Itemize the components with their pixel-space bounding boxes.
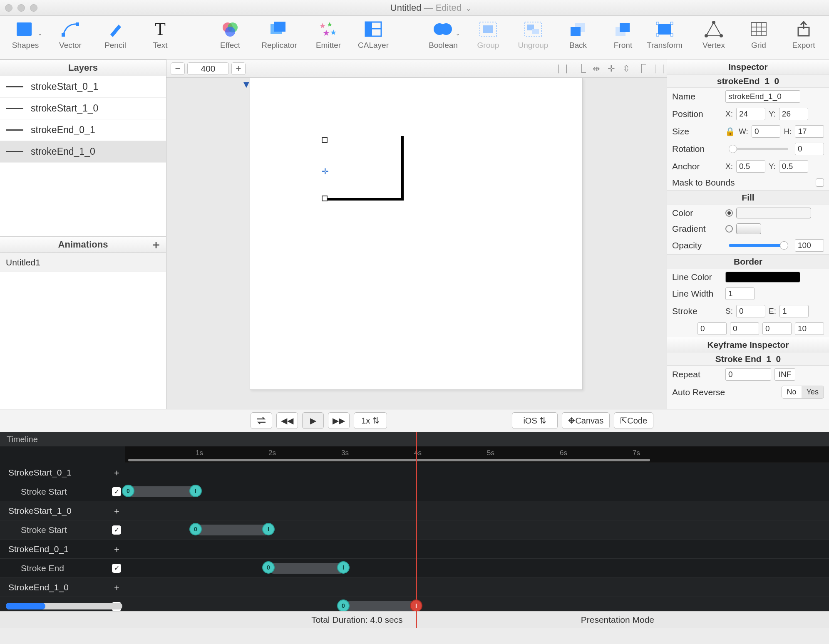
close-window-icon[interactable] — [5, 4, 12, 12]
selection-handle[interactable] — [322, 137, 328, 143]
drawn-shape[interactable] — [325, 136, 404, 201]
timeline-track-row[interactable]: Stroke Start✓0I — [0, 482, 829, 501]
play-button[interactable]: ▶ — [302, 412, 324, 429]
zoom-out-button[interactable]: − — [171, 62, 185, 75]
animation-clip[interactable] — [268, 563, 345, 574]
timeline-track-row[interactable]: Stroke End✓0I — [0, 559, 829, 578]
repeat-field[interactable]: 0 — [725, 368, 771, 381]
timeline-range-bar[interactable] — [128, 459, 650, 461]
selection-handle[interactable] — [322, 196, 328, 201]
keyframe[interactable]: I — [410, 599, 422, 611]
vertex-tool[interactable]: Vertex — [695, 19, 732, 50]
vector-tool[interactable]: Vector — [52, 19, 89, 50]
add-keyframe-icon[interactable]: ＋ — [108, 582, 125, 593]
size-w-field[interactable]: 0 — [752, 125, 781, 138]
replicator-tool[interactable]: Replicator — [256, 19, 302, 50]
platform-selector[interactable]: iOS ⇅ — [512, 412, 558, 429]
track-enabled-checkbox[interactable]: ✓ — [112, 487, 121, 496]
align-center-h-icon[interactable]: ⇹ — [590, 63, 603, 74]
zoom-in-button[interactable]: + — [231, 62, 246, 75]
text-tool[interactable]: T Text — [141, 19, 179, 50]
layer-row[interactable]: strokeEnd_0_1 — [0, 119, 166, 141]
export-tool[interactable]: Export — [785, 19, 822, 50]
speed-selector[interactable]: 1x ⇅ — [354, 412, 387, 429]
keyframe[interactable]: I — [189, 485, 202, 497]
opacity-field[interactable]: 100 — [795, 239, 824, 252]
size-h-field[interactable]: 17 — [795, 125, 824, 138]
lock-icon[interactable]: 🔒 — [725, 126, 735, 136]
scrollbar-thumb[interactable] — [6, 603, 45, 609]
grid-tool[interactable]: Grid — [740, 19, 777, 50]
animation-clip[interactable] — [128, 486, 198, 497]
track-enabled-checkbox[interactable]: ✓ — [112, 525, 121, 535]
gradient-radio[interactable] — [725, 225, 733, 233]
keyframe[interactable]: 0 — [189, 523, 202, 535]
align-left-icon[interactable]: ⎸⎸ — [560, 63, 573, 74]
animation-clip[interactable] — [343, 601, 420, 611]
timeline-group-row[interactable]: StrokeEnd_0_1＋ — [0, 540, 829, 559]
auto-reverse-toggle[interactable]: No Yes — [782, 386, 824, 399]
color-radio[interactable] — [725, 209, 733, 217]
timeline-group-row[interactable]: StrokeEnd_1_0＋ — [0, 578, 829, 597]
timeline-scrollbar[interactable] — [6, 603, 122, 609]
position-x-field[interactable]: 24 — [736, 108, 765, 120]
canvas-mode-button[interactable]: ✥ Canvas — [562, 412, 610, 429]
track-lane[interactable]: 0I — [125, 482, 829, 501]
name-field[interactable]: strokeEnd_1_0 — [725, 90, 800, 103]
rewind-button[interactable]: ◀◀ — [276, 412, 298, 429]
effect-tool[interactable]: Effect — [211, 19, 249, 50]
fill-color-swatch[interactable] — [736, 208, 811, 218]
stroke-start-field[interactable]: 0 — [736, 305, 765, 317]
align-center-v-icon[interactable]: ⇳ — [620, 63, 633, 74]
keyframe[interactable]: I — [262, 523, 275, 535]
timeline-track-row[interactable]: Stroke End✓0I — [0, 597, 829, 611]
layer-row[interactable]: strokeEnd_1_0 — [0, 141, 166, 163]
rotation-field[interactable]: 0 — [795, 143, 824, 155]
track-lane[interactable]: 0I — [125, 559, 829, 577]
align-right-icon[interactable]: ⎹⎹ — [650, 63, 663, 74]
keyframe[interactable]: I — [337, 561, 350, 574]
timeline-track-row[interactable]: Stroke Start✓0I — [0, 520, 829, 540]
animation-clip[interactable] — [196, 525, 271, 535]
stroke-end-field[interactable]: 1 — [779, 305, 809, 317]
align-top-icon[interactable]: ⎾ — [635, 63, 648, 74]
timeline-group-row[interactable]: StrokeStart_1_0＋ — [0, 501, 829, 520]
boolean-tool[interactable]: ⌄ Boolean — [424, 19, 462, 50]
gradient-swatch[interactable] — [736, 223, 761, 234]
front-tool[interactable]: Front — [604, 19, 642, 50]
timeline-group-row[interactable]: StrokeStart_0_1＋ — [0, 463, 829, 482]
code-mode-button[interactable]: ⇱ Code — [614, 412, 653, 429]
anchor-y-field[interactable]: 0.5 — [779, 160, 808, 173]
title-chevron-icon[interactable]: ⌄ — [466, 5, 471, 12]
track-lane[interactable]: 0I — [125, 520, 829, 539]
track-lane[interactable]: 0I — [125, 597, 829, 611]
loop-button[interactable] — [251, 412, 272, 429]
canvas-stage[interactable]: ▼ ✛ — [166, 78, 667, 409]
minimize-window-icon[interactable] — [17, 4, 25, 12]
forward-button[interactable]: ▶▶ — [328, 412, 350, 429]
padding-field-0[interactable]: 0 — [697, 322, 727, 335]
align-plus-icon[interactable]: ✛ — [605, 63, 618, 74]
anchor-x-field[interactable]: 0.5 — [736, 160, 765, 173]
transform-tool[interactable]: Transform — [642, 19, 688, 50]
add-keyframe-icon[interactable]: ＋ — [108, 505, 125, 517]
emitter-tool[interactable]: ★★★★ Emitter — [310, 19, 347, 50]
add-keyframe-icon[interactable]: ＋ — [108, 467, 125, 478]
auto-reverse-no[interactable]: No — [782, 386, 802, 398]
position-y-field[interactable]: 26 — [779, 108, 808, 120]
pencil-tool[interactable]: Pencil — [97, 19, 134, 50]
mask-bounds-checkbox[interactable] — [816, 178, 824, 187]
artboard[interactable] — [250, 78, 583, 390]
layer-row[interactable]: strokeStart_1_0 — [0, 98, 166, 119]
ungroup-tool[interactable]: Ungroup — [514, 19, 552, 50]
animation-row[interactable]: Untitled1 — [0, 253, 166, 272]
line-width-field[interactable]: 1 — [725, 287, 755, 300]
keyframe[interactable]: 0 — [122, 485, 134, 497]
repeat-inf-button[interactable]: INF — [774, 368, 795, 381]
opacity-slider[interactable] — [729, 244, 788, 247]
padding-field-1[interactable]: 0 — [730, 322, 759, 335]
track-enabled-checkbox[interactable]: ✓ — [112, 564, 121, 573]
group-tool[interactable]: Group — [469, 19, 507, 50]
keyframe[interactable]: 0 — [262, 561, 275, 574]
line-color-swatch[interactable] — [725, 272, 800, 282]
